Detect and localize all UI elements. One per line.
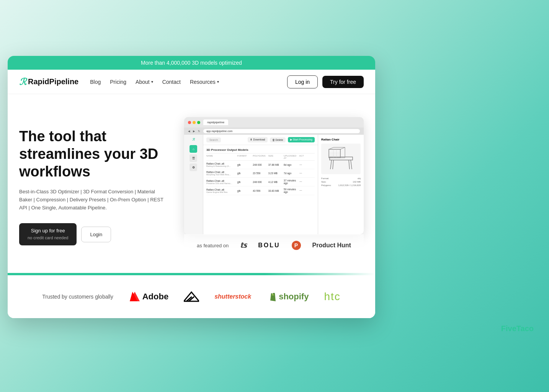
processing-label: 3D Processor Output Models: [206, 147, 315, 154]
col-name: NAME: [206, 155, 237, 159]
login-button[interactable]: Log in: [287, 75, 318, 88]
featured-bar: as featured on 𝕥𝕤 BOLU P Product Hunt: [184, 234, 364, 256]
forward-icon[interactable]: ▶: [193, 130, 195, 133]
hero-title: The tool that streamlines your 3D workfl…: [19, 128, 169, 180]
row-uploaded: 8d ago: [284, 163, 299, 166]
nav-blog[interactable]: Blog: [90, 79, 101, 85]
panel-title: Rattan Chair: [321, 138, 361, 141]
logo-icon: ℛ: [19, 77, 26, 87]
row-polygons: 248 000: [253, 181, 268, 183]
trusted-label: Trusted by customers globally: [42, 294, 113, 300]
fivetaco-watermark: FiveTaco: [501, 324, 534, 333]
row-name: Rattan-Chair..alt: [206, 162, 237, 165]
featured-ph-label: Product Hunt: [312, 242, 351, 249]
traffic-lights: [188, 121, 200, 124]
url-input[interactable]: app.rapidpipeline.com: [203, 129, 360, 133]
browser-tab[interactable]: rapidpipeline: [203, 119, 228, 125]
svg-line-4: [349, 160, 350, 169]
sidebar-models-icon[interactable]: ☰: [190, 154, 197, 162]
app-search-input[interactable]: Search: [206, 137, 221, 142]
app-screenshot: rapidpipeline ◀ ▶ ↻ app.rapidpipeline.co…: [184, 117, 364, 256]
hero-login-button[interactable]: Login: [81, 227, 111, 242]
row-format: glb: [237, 181, 253, 183]
nav-contact[interactable]: Contact: [162, 79, 181, 85]
row-format: glb: [237, 189, 253, 192]
info-val-polygons: 1,612,529 / 1,219,628: [338, 184, 361, 186]
logo[interactable]: ℛ RapidPipeline: [19, 77, 78, 87]
featured-bolu-logo: BOLU: [258, 242, 280, 249]
app-table: 3D Processor Output Models NAME FORMAT P…: [203, 145, 318, 234]
featured-label: as featured on: [197, 243, 229, 248]
panel-preview: [321, 144, 361, 174]
adidas-icon: [184, 291, 199, 303]
signup-label: Sign up for free: [28, 228, 68, 234]
sidebar-logo: ℛ: [192, 138, 194, 141]
row-action[interactable]: ⋯: [299, 189, 315, 192]
refresh-icon[interactable]: ↻: [198, 130, 200, 133]
row-uploaded: 7d ago: [284, 172, 299, 175]
row-uploaded: 37 minutes ago: [284, 179, 299, 185]
info-label-polygons: Polygons:: [321, 184, 331, 186]
col-uploaded: UPLOADED AT: [284, 155, 299, 159]
adobe-icon: [129, 291, 141, 303]
back-icon[interactable]: ◀: [188, 130, 190, 133]
minimize-button-dot[interactable]: [193, 121, 196, 124]
sidebar-settings-icon[interactable]: ⚙: [190, 163, 197, 171]
top-banner: More than 4,000,000 3D models optimized: [8, 56, 375, 70]
row-action[interactable]: ⋯: [299, 172, 315, 175]
table-row: Rattan-Chair..altBaking & Retexturing (A…: [206, 161, 315, 169]
col-size: SIZE: [268, 155, 284, 159]
close-button-dot[interactable]: [188, 121, 191, 124]
signup-button[interactable]: Sign up for free no credit card needed: [19, 223, 77, 245]
app-body: ℛ ⌂ ☰ ⚙ Search ⬇ Download 🗑 Delete: [184, 135, 364, 234]
panel-info-polygons: Polygons: 1,612,529 / 1,219,628: [321, 184, 361, 186]
row-desc: Baking & Retexturing (A...: [206, 165, 237, 167]
sidebar-home-icon[interactable]: ⌂: [190, 145, 197, 153]
row-action[interactable]: ⋯: [299, 163, 315, 167]
col-polygons: POLYGONS: [253, 155, 268, 159]
try-free-button[interactable]: Try for free: [322, 76, 364, 88]
row-name: Rattan-Chair..alt: [206, 188, 237, 191]
row-action[interactable]: ⋯: [299, 180, 315, 183]
panel-info-format: Format: obj: [321, 177, 361, 180]
featured-ts-logo: 𝕥𝕤: [240, 241, 247, 250]
nav-about[interactable]: About: [136, 79, 153, 85]
signup-sub-label: no credit card needed: [28, 235, 68, 240]
row-format: glb: [237, 172, 253, 175]
row-polygons: 23 558: [253, 172, 268, 175]
shopify-text: shopify: [279, 292, 309, 302]
nav-resources[interactable]: Resources: [190, 79, 219, 85]
htc-logo: htc: [324, 291, 340, 303]
nav-pricing[interactable]: Pricing: [110, 79, 126, 85]
adidas-logo: [184, 291, 199, 303]
table-row: Rattan-Chair..altPreserve UVs and Harmo.…: [206, 178, 315, 186]
info-val-size: 102 MB: [353, 181, 361, 183]
row-uploaded: 50 minutes ago: [284, 188, 299, 193]
nav-links: Blog Pricing About Contact Resources: [90, 79, 287, 85]
htc-text: htc: [324, 291, 340, 303]
app-main: Search ⬇ Download 🗑 Delete ▶ Start Proce…: [203, 135, 318, 234]
row-name: Rattan-Chair..alt: [206, 180, 237, 182]
col-act: ACT: [299, 155, 315, 159]
navbar: ℛ RapidPipeline Blog Pricing About Conta…: [8, 70, 375, 94]
row-size: 37.88 MB: [268, 163, 284, 166]
row-desc: Morphing Tool Web Rea...: [206, 173, 237, 176]
chair-preview-svg: [326, 145, 356, 172]
table-row: Rattan-Chair..altGame Engine Mid Res glb…: [206, 186, 315, 195]
row-polygons: 43 556: [253, 189, 268, 192]
app-sidebar: ℛ ⌂ ☰ ⚙: [184, 135, 203, 234]
svg-rect-0: [330, 157, 353, 160]
row-desc: Game Engine Mid Res: [206, 191, 237, 193]
maximize-button-dot[interactable]: [197, 121, 200, 124]
app-toolbar: Search ⬇ Download 🗑 Delete ▶ Start Proce…: [203, 135, 318, 145]
app-side-panel: Rattan Chair: [318, 135, 364, 234]
logo-text: RapidPipeline: [28, 77, 78, 86]
download-button[interactable]: ⬇ Download: [248, 137, 267, 142]
svg-line-7: [340, 147, 345, 149]
row-size: 33.83 MB: [268, 189, 284, 192]
trusted-section: Trusted by customers globally Adobe s: [8, 275, 375, 318]
start-processing-button[interactable]: ▶ Start Processing: [288, 137, 315, 142]
table-header: NAME FORMAT POLYGONS SIZE UPLOADED AT AC…: [206, 154, 315, 161]
page-footer: FiveTaco: [8, 318, 541, 336]
delete-button[interactable]: 🗑 Delete: [270, 137, 286, 142]
